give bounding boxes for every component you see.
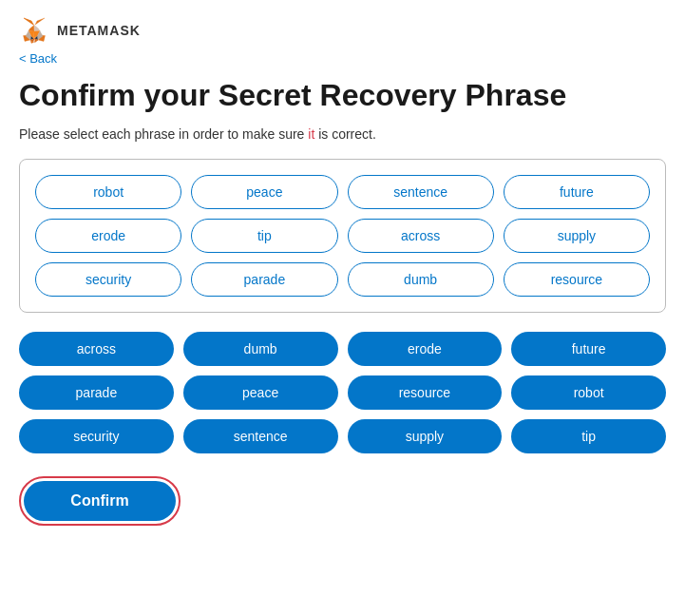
- drop-slot[interactable]: dumb: [348, 262, 494, 297]
- word-bank-button[interactable]: robot: [511, 375, 666, 410]
- word-bank-button[interactable]: erode: [348, 332, 503, 366]
- word-bank-button[interactable]: resource: [348, 375, 503, 410]
- word-bank-button[interactable]: future: [511, 332, 666, 366]
- word-bank-button[interactable]: dumb: [183, 332, 338, 366]
- confirm-button-wrapper: Confirm: [19, 476, 181, 526]
- drop-slot[interactable]: future: [504, 175, 650, 209]
- drop-zone: robotpeacesentencefutureerodetipacrosssu…: [19, 159, 666, 313]
- svg-marker-5: [34, 26, 40, 32]
- drop-slot[interactable]: erode: [35, 219, 181, 253]
- word-bank-button[interactable]: across: [19, 332, 174, 366]
- subtitle-before: Please select each phrase in order to ma…: [19, 126, 308, 142]
- subtitle: Please select each phrase in order to ma…: [19, 126, 666, 142]
- drop-slot[interactable]: supply: [504, 219, 650, 253]
- svg-marker-0: [35, 18, 45, 25]
- word-bank-button[interactable]: security: [19, 419, 174, 453]
- word-bank-button[interactable]: tip: [511, 419, 666, 453]
- drop-slot[interactable]: security: [35, 262, 181, 297]
- drop-slot[interactable]: tip: [191, 219, 337, 253]
- drop-slot[interactable]: sentence: [348, 175, 494, 209]
- svg-marker-4: [29, 26, 34, 32]
- drop-slot[interactable]: resource: [504, 262, 650, 297]
- drop-slot[interactable]: peace: [191, 175, 337, 209]
- drop-slot[interactable]: robot: [35, 175, 181, 209]
- word-bank-button[interactable]: parade: [19, 375, 174, 410]
- confirm-button[interactable]: Confirm: [24, 481, 176, 521]
- word-bank-button[interactable]: sentence: [183, 419, 338, 453]
- page-title: Confirm your Secret Recovery Phrase: [19, 77, 666, 113]
- back-link[interactable]: < Back: [19, 51, 57, 66]
- metamask-logo: [19, 15, 49, 46]
- header: METAMASK: [19, 15, 666, 46]
- word-bank-button[interactable]: supply: [348, 419, 503, 453]
- word-bank: acrossdumberodefutureparadepeaceresource…: [19, 332, 666, 453]
- app-name: METAMASK: [57, 23, 141, 38]
- subtitle-after: is correct.: [314, 126, 376, 142]
- drop-slot[interactable]: across: [348, 219, 494, 253]
- drop-slot[interactable]: parade: [191, 262, 337, 297]
- word-bank-button[interactable]: peace: [183, 375, 338, 410]
- svg-marker-16: [24, 18, 34, 26]
